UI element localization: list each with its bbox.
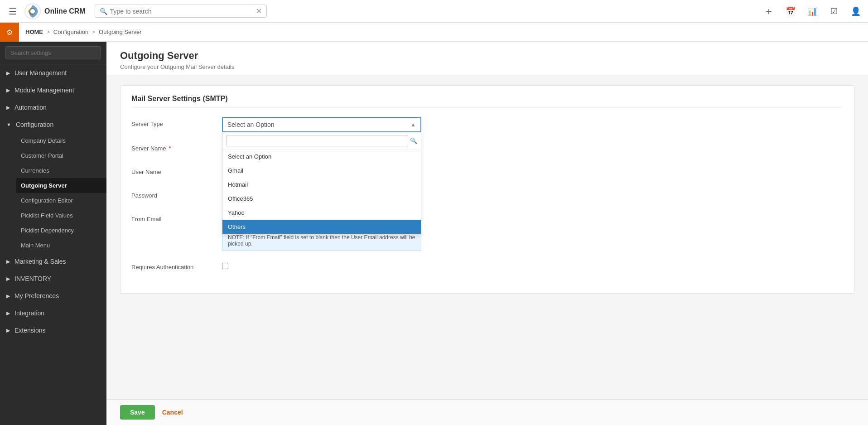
breadcrumb-home[interactable]: HOME xyxy=(25,29,43,35)
chevron-right-icon: ▶ xyxy=(6,105,10,111)
save-button[interactable]: Save xyxy=(120,405,155,420)
required-indicator: * xyxy=(169,145,171,152)
page-header: Outgoing Server Configure your Outgoing … xyxy=(106,42,868,76)
sidebar-item-integration[interactable]: ▶ Integration xyxy=(0,304,106,322)
page-title: Outgoing Server xyxy=(120,50,854,62)
sidebar-item-customer-portal[interactable]: Customer Portal xyxy=(16,148,106,163)
sidebar-item-picklist-field-values[interactable]: Picklist Field Values xyxy=(16,208,106,223)
server-name-label: Server Name * xyxy=(131,141,222,152)
hamburger-button[interactable]: ☰ xyxy=(5,4,20,19)
server-type-row: Server Type Select an Option ▲ 🔍 Se xyxy=(131,117,843,132)
requires-auth-checkbox[interactable] xyxy=(222,263,228,269)
main-content: Outgoing Server Configure your Outgoing … xyxy=(106,42,868,425)
server-type-control: Select an Option ▲ 🔍 Select an Option Gm… xyxy=(222,117,421,132)
footer-bar: Save Cancel xyxy=(106,399,868,425)
select-display-text: Select an Option xyxy=(227,121,275,128)
form-section-smtp: Mail Server Settings (SMTP) Server Type … xyxy=(120,85,854,294)
clear-search-icon[interactable]: ✕ xyxy=(256,7,262,15)
server-type-select[interactable]: Select an Option ▲ xyxy=(222,117,421,132)
from-email-label: From Email xyxy=(131,212,222,222)
sidebar-sub-configuration: Company Details Customer Portal Currenci… xyxy=(0,133,106,253)
chart-icon-button[interactable]: 📊 xyxy=(805,5,819,18)
sidebar-search-input[interactable] xyxy=(5,46,101,59)
logo-icon xyxy=(24,3,41,19)
sidebar-label-automation: Automation xyxy=(14,104,47,111)
add-button[interactable]: ＋ xyxy=(762,5,776,18)
chevron-right-icon: ▶ xyxy=(6,87,10,93)
sidebar-item-inventory[interactable]: ▶ INVENTORY xyxy=(0,270,106,287)
sidebar-label-user-management: User Management xyxy=(14,69,67,77)
breadcrumb-sep1: > xyxy=(47,29,50,35)
sidebar-item-configuration[interactable]: ▼ Configuration xyxy=(0,116,106,133)
sidebar-label-configuration: Configuration xyxy=(16,121,53,128)
sidebar-label-integration: Integration xyxy=(14,309,44,317)
breadcrumb-config[interactable]: Configuration xyxy=(53,29,88,35)
breadcrumb-current: Outgoing Server xyxy=(99,29,142,35)
top-nav: ☰ Online CRM 🔍 ✕ ＋ 📅 📊 ☑ 👤 xyxy=(0,0,868,23)
dropdown-option-hotmail[interactable]: Hotmail xyxy=(222,178,421,192)
chevron-right-icon: ▶ xyxy=(6,293,10,299)
global-search-input[interactable] xyxy=(110,8,256,15)
server-type-dropdown: 🔍 Select an Option Gmail Hotmail Office3… xyxy=(222,132,421,234)
breadcrumb-sep2: > xyxy=(92,29,96,35)
sidebar-item-currencies[interactable]: Currencies xyxy=(16,163,106,178)
cancel-button[interactable]: Cancel xyxy=(162,409,183,416)
settings-icon-button[interactable]: ⚙ xyxy=(0,23,19,42)
sidebar-label-module-management: Module Management xyxy=(14,87,74,94)
logo-area: Online CRM xyxy=(24,3,86,19)
dropdown-option-others[interactable]: Others xyxy=(222,220,421,234)
dropdown-option-yahoo[interactable]: Yahoo xyxy=(222,206,421,220)
requires-auth-control xyxy=(222,260,421,269)
chevron-down-icon: ▼ xyxy=(6,122,11,127)
dropdown-option-select[interactable]: Select an Option xyxy=(222,150,421,164)
sidebar-label-extensions: Extensions xyxy=(14,327,45,334)
dropdown-search-wrap: 🔍 xyxy=(222,132,421,150)
requires-auth-row: Requires Authentication xyxy=(131,260,843,270)
sidebar-item-module-management[interactable]: ▶ Module Management xyxy=(0,82,106,99)
nav-icons: ＋ 📅 📊 ☑ 👤 xyxy=(762,5,863,18)
tasks-icon-button[interactable]: ☑ xyxy=(827,5,841,18)
breadcrumb: HOME > Configuration > Outgoing Server xyxy=(25,29,142,35)
sidebar-item-picklist-dependency[interactable]: Picklist Dependency xyxy=(16,223,106,238)
breadcrumb-bar: HOME > Configuration > Outgoing Server xyxy=(0,23,868,42)
password-label: Password xyxy=(131,188,222,199)
dropdown-search-input[interactable] xyxy=(226,135,408,146)
section-title: Mail Server Settings (SMTP) xyxy=(131,95,843,108)
global-search-bar[interactable]: 🔍 ✕ xyxy=(95,5,267,18)
requires-auth-label: Requires Authentication xyxy=(131,260,222,270)
user-name-label: User Name xyxy=(131,165,222,175)
chevron-right-icon: ▶ xyxy=(6,310,10,316)
svg-point-1 xyxy=(30,9,35,14)
sidebar-item-user-management[interactable]: ▶ User Management xyxy=(0,64,106,82)
dropdown-option-office365[interactable]: Office365 xyxy=(222,192,421,206)
chevron-right-icon: ▶ xyxy=(6,276,10,282)
sidebar-item-outgoing-server[interactable]: Outgoing Server xyxy=(16,178,106,193)
user-icon-button[interactable]: 👤 xyxy=(849,5,863,18)
search-icon: 🔍 xyxy=(100,8,107,15)
page-subtitle: Configure your Outgoing Mail Server deta… xyxy=(120,63,854,70)
chevron-up-icon: ▲ xyxy=(410,121,416,128)
chevron-right-icon: ▶ xyxy=(6,259,10,265)
sidebar-label-my-preferences: My Preferences xyxy=(14,292,59,299)
sidebar-item-company-details[interactable]: Company Details xyxy=(16,133,106,148)
sidebar-item-extensions[interactable]: ▶ Extensions xyxy=(0,322,106,339)
sidebar-item-my-preferences[interactable]: ▶ My Preferences xyxy=(0,287,106,304)
layout: ▶ User Management ▶ Module Management ▶ … xyxy=(0,42,868,425)
sidebar: ▶ User Management ▶ Module Management ▶ … xyxy=(0,42,106,425)
sidebar-item-automation[interactable]: ▶ Automation xyxy=(0,99,106,116)
sidebar-item-main-menu[interactable]: Main Menu xyxy=(16,238,106,253)
sidebar-label-inventory: INVENTORY xyxy=(14,275,51,282)
sidebar-item-marketing-sales[interactable]: ▶ Marketing & Sales xyxy=(0,253,106,270)
sidebar-item-configuration-editor[interactable]: Configuration Editor xyxy=(16,193,106,208)
server-type-label: Server Type xyxy=(131,117,222,127)
calendar-icon-button[interactable]: 📅 xyxy=(784,5,797,18)
chevron-right-icon: ▶ xyxy=(6,70,10,76)
dropdown-option-gmail[interactable]: Gmail xyxy=(222,164,421,178)
gear-icon: ⚙ xyxy=(6,28,13,37)
sidebar-search-area xyxy=(0,42,106,64)
logo-text: Online CRM xyxy=(44,7,86,15)
chevron-right-icon: ▶ xyxy=(6,328,10,333)
sidebar-label-marketing-sales: Marketing & Sales xyxy=(14,258,66,265)
server-type-select-wrapper: Select an Option ▲ 🔍 Select an Option Gm… xyxy=(222,117,421,132)
dropdown-search-icon: 🔍 xyxy=(410,137,417,144)
